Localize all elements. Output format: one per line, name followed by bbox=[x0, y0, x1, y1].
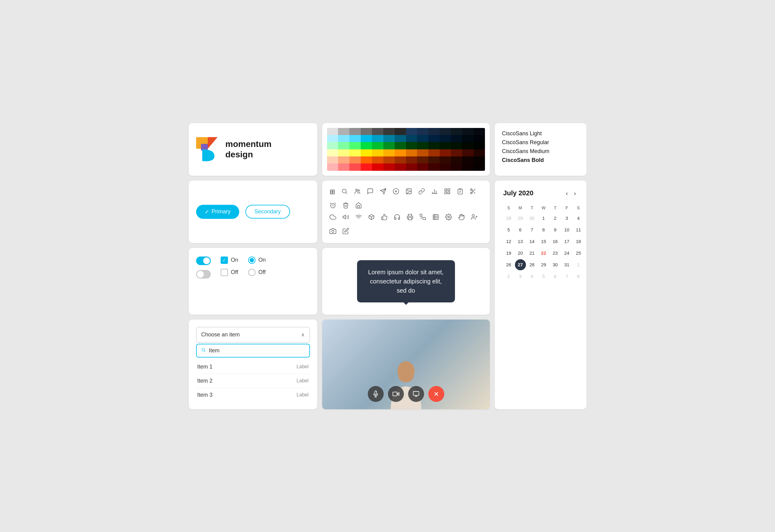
item-2-label: Label bbox=[296, 378, 308, 384]
calendar-cell: 5 bbox=[538, 271, 549, 282]
calendar-cell[interactable]: 8 bbox=[538, 224, 549, 235]
calendar-cell[interactable]: 30 bbox=[550, 259, 561, 270]
calendar-cell[interactable]: 17 bbox=[562, 236, 573, 247]
palette-cell bbox=[406, 149, 417, 156]
camera-button[interactable] bbox=[388, 386, 404, 402]
palette-cell bbox=[327, 163, 338, 170]
palette-cell bbox=[372, 163, 383, 170]
calendar-cell[interactable]: 28 bbox=[527, 259, 538, 270]
calendar-cell[interactable]: 1 bbox=[538, 213, 549, 224]
dropdown-item-2[interactable]: Item 2 Label bbox=[196, 374, 310, 388]
svg-rect-18 bbox=[445, 191, 447, 193]
palette-cell bbox=[440, 128, 451, 135]
calendar-cell[interactable]: 27 bbox=[515, 259, 526, 270]
palette-cell bbox=[338, 142, 349, 149]
switch-off[interactable] bbox=[196, 270, 211, 279]
calendar-card: July 2020 ‹ › SMTWTFS2829301234567891011… bbox=[495, 180, 587, 409]
calendar-cell[interactable]: 20 bbox=[515, 247, 526, 258]
calendar-day-header: F bbox=[562, 203, 573, 212]
calendar-cell[interactable]: 14 bbox=[527, 236, 538, 247]
checkmark-icon: ✓ bbox=[205, 208, 209, 215]
calendar-cell[interactable]: 13 bbox=[515, 236, 526, 247]
table-icon bbox=[432, 214, 439, 221]
palette-cell bbox=[428, 135, 440, 142]
palette-cell bbox=[383, 142, 395, 149]
palette-cell bbox=[474, 142, 485, 149]
font-bold: CiscoSans Bold bbox=[502, 157, 579, 163]
checkbox-off[interactable] bbox=[221, 269, 228, 276]
calendar-cell[interactable]: 29 bbox=[538, 259, 549, 270]
calendar-cell[interactable]: 10 bbox=[562, 224, 573, 235]
alarm-icon bbox=[329, 202, 336, 210]
svg-line-27 bbox=[472, 190, 473, 191]
calendar-cell[interactable]: 16 bbox=[550, 236, 561, 247]
palette-cell bbox=[395, 156, 406, 163]
next-month-button[interactable]: › bbox=[572, 189, 578, 197]
calendar-day-header: W bbox=[538, 203, 549, 212]
share-screen-button[interactable] bbox=[408, 386, 424, 402]
calendar-cell[interactable]: 26 bbox=[503, 259, 514, 270]
end-call-button[interactable] bbox=[428, 386, 444, 402]
calendar-cell[interactable]: 18 bbox=[573, 236, 584, 247]
calendar-cell[interactable]: 7 bbox=[527, 224, 538, 235]
radio-off[interactable] bbox=[248, 269, 255, 276]
palette-cell bbox=[440, 149, 451, 156]
svg-point-40 bbox=[472, 214, 474, 216]
palette-cell bbox=[462, 149, 474, 156]
palette-cell bbox=[406, 156, 417, 163]
calendar-cell[interactable]: 22 bbox=[538, 247, 549, 258]
palette-cell bbox=[372, 142, 383, 149]
calendar-cell[interactable]: 3 bbox=[562, 213, 573, 224]
palette-cell bbox=[361, 149, 372, 156]
palette-cell bbox=[327, 156, 338, 163]
palette-cell bbox=[383, 163, 395, 170]
typography-card: CiscoSans Light CiscoSans Regular CiscoS… bbox=[495, 123, 587, 176]
palette-cell bbox=[428, 163, 440, 170]
calendar-cell[interactable]: 9 bbox=[550, 224, 561, 235]
thumbsup-icon bbox=[381, 214, 388, 221]
palette-cell bbox=[372, 149, 383, 156]
icons-card: ⊞ bbox=[322, 180, 490, 243]
search-icon bbox=[341, 188, 348, 196]
palette-cell bbox=[383, 128, 395, 135]
plus-circle-icon bbox=[393, 188, 399, 196]
dropdown-search-input[interactable] bbox=[209, 348, 305, 354]
mute-button[interactable] bbox=[368, 386, 384, 402]
trash-icon bbox=[342, 202, 349, 210]
calendar-cell[interactable]: 2 bbox=[550, 213, 561, 224]
calendar-cell[interactable]: 15 bbox=[538, 236, 549, 247]
dropdown-card: Choose an item ∧ Item 1 Label Item 2 Lab… bbox=[189, 320, 317, 409]
dropdown-item-1[interactable]: Item 1 Label bbox=[196, 360, 310, 374]
cube-icon bbox=[368, 214, 375, 221]
palette-cell bbox=[474, 128, 485, 135]
switch-on[interactable] bbox=[196, 256, 211, 265]
calendar-cell[interactable]: 31 bbox=[562, 259, 573, 270]
calendar-cell[interactable]: 6 bbox=[515, 224, 526, 235]
calendar-nav: ‹ › bbox=[564, 189, 578, 197]
pencil-icon bbox=[342, 228, 349, 236]
checkbox-on[interactable]: ✓ bbox=[221, 256, 228, 264]
calendar-cell[interactable]: 24 bbox=[562, 247, 573, 258]
primary-button[interactable]: ✓ Primary bbox=[196, 205, 239, 219]
dropdown-trigger[interactable]: Choose an item ∧ bbox=[196, 327, 310, 343]
calendar-cell[interactable]: 11 bbox=[573, 224, 584, 235]
svg-rect-51 bbox=[393, 392, 397, 396]
calendar-cell[interactable]: 5 bbox=[503, 224, 514, 235]
palette-cell bbox=[349, 163, 361, 170]
calendar-cell[interactable]: 4 bbox=[573, 213, 584, 224]
checkbox-on-label: On bbox=[231, 257, 238, 263]
radio-on[interactable] bbox=[248, 256, 255, 264]
svg-point-39 bbox=[448, 216, 450, 218]
calendar-cell[interactable]: 23 bbox=[550, 247, 561, 258]
dropdown-item-3[interactable]: Item 3 Label bbox=[196, 388, 310, 402]
calendar-cell[interactable]: 21 bbox=[527, 247, 538, 258]
calendar-cell[interactable]: 25 bbox=[573, 247, 584, 258]
palette-cell bbox=[349, 142, 361, 149]
palette-cell bbox=[338, 163, 349, 170]
calendar-cell[interactable]: 19 bbox=[503, 247, 514, 258]
calendar-cell[interactable]: 12 bbox=[503, 236, 514, 247]
palette-cell bbox=[462, 128, 474, 135]
calendar-cell: 2 bbox=[503, 271, 514, 282]
prev-month-button[interactable]: ‹ bbox=[564, 189, 570, 197]
secondary-button[interactable]: Secondary bbox=[245, 205, 290, 218]
